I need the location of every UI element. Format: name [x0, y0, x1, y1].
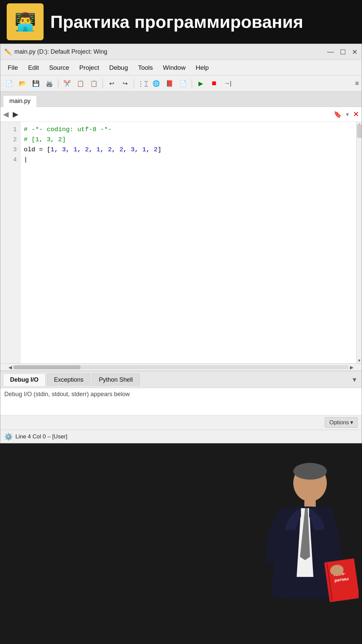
file-button[interactable]: 📄 — [177, 78, 189, 89]
ide-window: ✏️ main.py (D:): Default Project: Wing —… — [0, 44, 362, 443]
print-button[interactable]: 🖨️ — [43, 78, 55, 89]
env-button[interactable]: 🌐 — [150, 78, 162, 89]
tab-bar: main.py — [0, 92, 362, 107]
line-num-1: 1 — [0, 124, 20, 135]
editor-main: 1 2 3 4 # -*- coding: utf-8 -*- # [1, 3,… — [0, 122, 362, 363]
h-scrollbar: ◀ ▶ — [0, 363, 362, 371]
editor-container[interactable]: 1 2 3 4 # -*- coding: utf-8 -*- # [1, 3,… — [0, 122, 356, 363]
edit-icon: ✏️ — [4, 48, 12, 56]
menu-edit[interactable]: Edit — [23, 62, 44, 73]
h-scroll-track[interactable] — [13, 365, 349, 369]
toolbar: 📄 📂 💾 🖨️ ✂️ 📋 📋 ↩ ↪ ⋮⌶ 🌐 📕 📄 ▶ ⏹ →| ≡ — [0, 75, 362, 92]
scrollbar-thumb[interactable] — [357, 124, 362, 138]
code-line-1: # -*- coding: utf-8 -*- — [24, 124, 353, 135]
person-svg: Алго- ритмы — [251, 456, 359, 644]
undo-button[interactable]: ↩ — [106, 78, 118, 89]
nav-back-button[interactable]: ◀ — [3, 110, 9, 119]
options-row: Options ▾ — [0, 415, 362, 430]
close-editor-button[interactable]: ✕ — [353, 110, 359, 119]
code-line-3: old = [1, 3, 1, 2, 1, 2, 2, 3, 1, 2] — [24, 145, 353, 155]
menu-file[interactable]: File — [3, 62, 23, 73]
toolbar-more-button[interactable]: ≡ — [355, 79, 359, 87]
run-button[interactable]: ▶ — [195, 78, 207, 89]
line-numbers: 1 2 3 4 — [0, 122, 20, 363]
bottom-collapse-button[interactable]: ▾ — [350, 374, 359, 385]
minimize-button[interactable]: — — [327, 48, 334, 56]
person-overlay: Алго- ритмы — [248, 449, 362, 644]
h-scroll-left-button[interactable]: ◀ — [7, 365, 13, 370]
options-button[interactable]: Options ▾ — [325, 417, 358, 428]
open-file-button[interactable]: 📂 — [16, 78, 28, 89]
redo-button[interactable]: ↪ — [119, 78, 131, 89]
code-area[interactable]: # -*- coding: utf-8 -*- # [1, 3, 2] old … — [20, 122, 356, 363]
options-label: Options — [329, 419, 349, 426]
h-scroll-thumb[interactable] — [13, 365, 80, 369]
new-file-button[interactable]: 📄 — [3, 78, 15, 89]
code-line-4 — [24, 155, 353, 165]
save-button[interactable]: 💾 — [30, 78, 42, 89]
docs-button[interactable]: 📕 — [164, 78, 176, 89]
title-bar-left: ✏️ main.py (D:): Default Project: Wing — [4, 48, 107, 56]
h-scroll-right-button[interactable]: ▶ — [349, 365, 355, 370]
maximize-button[interactable]: ☐ — [340, 48, 346, 56]
toolbar-sep-2 — [103, 79, 103, 88]
toolbar-sep-1 — [58, 79, 58, 88]
menu-project[interactable]: Project — [75, 62, 104, 73]
tab-debug-io[interactable]: Debug I/O — [3, 373, 46, 386]
nav-left: ◀ ▶ — [3, 110, 18, 119]
toolbar-sep-4 — [192, 79, 192, 88]
nav-dropdown-button[interactable]: ▾ — [346, 111, 349, 118]
banner: 👨‍💻 Практика программирования — [0, 0, 362, 44]
menu-help[interactable]: Help — [191, 62, 214, 73]
window-close-button[interactable]: ✕ — [352, 48, 358, 56]
title-bar-text: main.py (D:): Default Project: Wing — [14, 48, 107, 55]
nav-right: 🔖 ▾ ✕ — [334, 110, 359, 119]
scrollbar-down-button[interactable]: ▼ — [357, 358, 362, 363]
tab-python-shell[interactable]: Python Shell — [92, 373, 140, 386]
bookmark-icon[interactable]: 🔖 — [334, 110, 342, 118]
code-line-2: # [1, 3, 2] — [24, 135, 353, 145]
menu-window[interactable]: Window — [158, 62, 190, 73]
banner-logo: 👨‍💻 — [7, 3, 44, 40]
banner-title: Практика программирования — [50, 12, 303, 32]
line-num-4: 4 — [0, 155, 20, 165]
toolbar-sep-3 — [134, 79, 134, 88]
copy-button[interactable]: 📋 — [74, 78, 86, 89]
line-num-2: 2 — [0, 135, 20, 145]
nav-row: ◀ ▶ 🔖 ▾ ✕ — [0, 107, 362, 122]
stop-button[interactable]: ⏹ — [208, 78, 220, 89]
person-figure: Алго- ритмы — [251, 456, 359, 644]
step-button[interactable]: →| — [222, 78, 234, 89]
paste-button[interactable]: 📋 — [88, 78, 100, 89]
bottom-tabs: Debug I/O Exceptions Python Shell ▾ — [0, 371, 362, 388]
editor-scrollbar[interactable]: ▲ ▼ — [356, 122, 362, 363]
debug-io-text: Debug I/O (stdin, stdout, stderr) appear… — [4, 391, 358, 398]
menu-source[interactable]: Source — [44, 62, 74, 73]
nav-forward-button[interactable]: ▶ — [13, 110, 18, 119]
status-bar: ⚙️ Line 4 Col 0 – [User] — [0, 430, 362, 443]
options-arrow-icon: ▾ — [350, 419, 353, 426]
menu-debug[interactable]: Debug — [105, 62, 133, 73]
bottom-content: Debug I/O (stdin, stdout, stderr) appear… — [0, 388, 362, 415]
bottom-tabs-left: Debug I/O Exceptions Python Shell — [3, 373, 140, 386]
cut-button[interactable]: ✂️ — [61, 78, 73, 89]
status-icon: ⚙️ — [4, 433, 13, 441]
bottom-panel: Debug I/O Exceptions Python Shell ▾ Debu… — [0, 371, 362, 430]
tab-main-py[interactable]: main.py — [3, 95, 37, 107]
status-text: Line 4 Col 0 – [User] — [15, 433, 67, 440]
tab-exceptions[interactable]: Exceptions — [47, 373, 90, 386]
title-bar-controls: — ☐ ✕ — [327, 48, 358, 56]
line-num-3: 3 — [0, 145, 20, 155]
menu-tools[interactable]: Tools — [133, 62, 158, 73]
menu-bar: File Edit Source Project Debug Tools Win… — [0, 60, 362, 75]
indent-button[interactable]: ⋮⌶ — [137, 78, 149, 89]
title-bar: ✏️ main.py (D:): Default Project: Wing —… — [0, 44, 362, 60]
svg-point-1 — [293, 463, 327, 480]
